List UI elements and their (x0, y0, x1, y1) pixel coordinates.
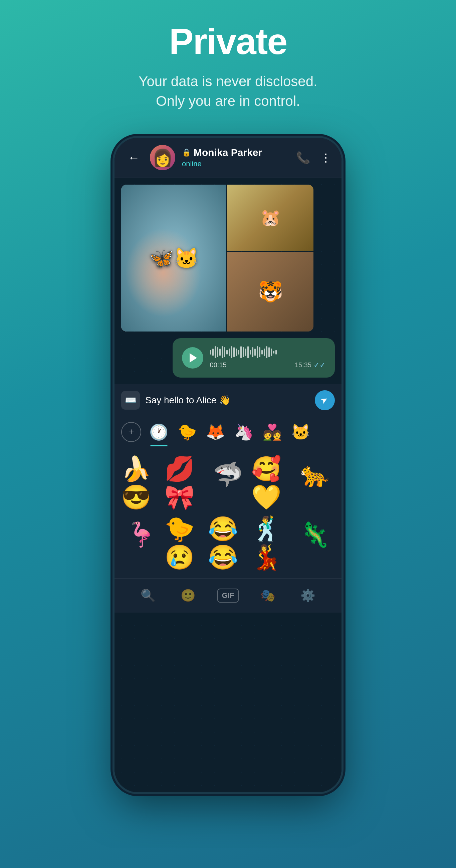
wave-bar (275, 350, 277, 354)
wave-bar (250, 350, 251, 354)
back-button[interactable]: ← (124, 147, 143, 168)
play-button[interactable] (182, 347, 203, 369)
wave-bar (210, 350, 211, 354)
play-triangle-icon (190, 353, 197, 363)
wave-bar (217, 347, 218, 357)
sticker-flamingo[interactable]: 🦩 (121, 515, 161, 555)
wave-bar (252, 347, 253, 357)
sticker-duck-sad[interactable]: 🐤😢 (164, 515, 205, 571)
contact-info: 🔒 Monika Parker online (182, 147, 290, 168)
wave-bar (268, 347, 270, 357)
category-unicorn[interactable]: 🦄 (233, 422, 255, 442)
chat-header: ← 🔒 Monika Parker online 📞 ⋮ (115, 138, 341, 178)
sticker-lizard[interactable]: 🦎 (295, 515, 335, 555)
wave-bar (245, 348, 246, 356)
wave-bar (271, 348, 272, 356)
page-title: Private (169, 20, 287, 62)
keyboard-icon: ⌨️ (125, 395, 136, 406)
send-icon: ➤ (318, 394, 330, 407)
photo-cat (121, 185, 226, 332)
sticker-icon[interactable]: 🎭 (257, 585, 279, 606)
phone-frame: ← 🔒 Monika Parker online 📞 ⋮ (115, 138, 341, 792)
phone-screen: ← 🔒 Monika Parker online 📞 ⋮ (115, 138, 341, 792)
wave-bar (229, 348, 230, 356)
wave-bar (240, 346, 242, 358)
voice-timestamp: 15:35 ✓✓ (295, 361, 326, 370)
sticker-dance-couple[interactable]: 🕺💃 (251, 515, 292, 571)
sticker-grid: 🍌😎 💋🎀 🦈 🥰💛 🐆 🦩 🐤😢 😂😂 🕺💃 🦎 (115, 448, 341, 578)
add-sticker-button[interactable]: + (121, 422, 141, 442)
page-subtitle: Your data is never disclosed. Only you a… (139, 72, 317, 111)
sticker-love-birds[interactable]: 🥰💛 (251, 455, 292, 512)
category-fox[interactable]: 🦊 (205, 422, 226, 442)
double-check-icon: ✓✓ (313, 361, 326, 370)
voice-duration: 00:15 (210, 361, 227, 369)
sticker-leopard[interactable]: 🐆 (295, 455, 335, 495)
sticker-categories: + 🕐 🐤 🦊 🦄 💑 🐱 (115, 416, 341, 448)
sticker-banana-beach[interactable]: 🍌😎 (121, 455, 161, 512)
search-icon[interactable]: 🔍 (137, 585, 159, 606)
wave-bar (219, 348, 221, 356)
photo-hamster (227, 185, 313, 251)
wave-bar (212, 348, 214, 356)
sticker-shark[interactable]: 🦈 (208, 455, 248, 495)
lock-icon: 🔒 (182, 148, 191, 157)
wave-bar (226, 350, 228, 354)
wave-bar (266, 346, 267, 358)
wave-bar (259, 347, 261, 357)
voice-message: 00:15 15:35 ✓✓ (173, 338, 335, 378)
wave-bar (257, 346, 258, 358)
wave-bar (264, 348, 265, 356)
wave-bar (238, 350, 239, 354)
message-input[interactable]: Say hello to Alice 👋 (145, 395, 309, 406)
wave-bar (224, 347, 225, 357)
wave-bar (222, 346, 223, 358)
wave-bar (254, 348, 256, 356)
chat-content: 00:15 15:35 ✓✓ (115, 178, 341, 378)
more-options-icon[interactable]: ⋮ (320, 151, 332, 164)
photo-tiger (227, 252, 313, 331)
send-button[interactable]: ➤ (315, 390, 335, 410)
gif-button[interactable]: GIF (217, 589, 239, 602)
contact-name: 🔒 Monika Parker (182, 147, 290, 158)
wave-bar (215, 346, 216, 358)
category-duck[interactable]: 🐤 (176, 422, 198, 442)
input-area: ⌨️ Say hello to Alice 👋 ➤ (115, 384, 341, 416)
voice-time-row: 00:15 15:35 ✓✓ (210, 361, 326, 370)
sticker-laugh[interactable]: 😂😂 (208, 515, 248, 571)
wave-bar (233, 347, 235, 357)
wave-bar (231, 346, 232, 358)
settings-icon[interactable]: ⚙️ (297, 585, 319, 606)
wave-bar (273, 351, 274, 353)
sticker-bottom-bar: 🔍 🙂 GIF 🎭 ⚙️ (115, 578, 341, 613)
photo-grid-message (121, 185, 313, 332)
sticker-kiss-girl[interactable]: 💋🎀 (164, 455, 205, 512)
category-love[interactable]: 💑 (262, 422, 283, 442)
header-icons: 📞 ⋮ (296, 151, 332, 164)
voice-info: 00:15 15:35 ✓✓ (210, 346, 326, 370)
category-recent[interactable]: 🕐 (148, 422, 170, 442)
sticker-panel: + 🕐 🐤 🦊 🦄 💑 🐱 🍌😎 💋🎀 🦈 🥰💛 🐆 🦩 🐤😢 😂😂 🕺� (115, 416, 341, 613)
wave-bar (262, 350, 263, 354)
wave-bar (243, 347, 244, 357)
emoji-icon[interactable]: 🙂 (177, 585, 199, 606)
contact-status: online (182, 160, 290, 168)
phone-icon[interactable]: 📞 (296, 151, 310, 164)
category-cat[interactable]: 🐱 (290, 422, 311, 442)
wave-bar (247, 346, 249, 358)
photo-right-column (227, 185, 313, 332)
waveform (210, 346, 326, 358)
keyboard-toggle-button[interactable]: ⌨️ (121, 391, 140, 410)
wave-bar (236, 348, 237, 356)
avatar (150, 145, 175, 170)
